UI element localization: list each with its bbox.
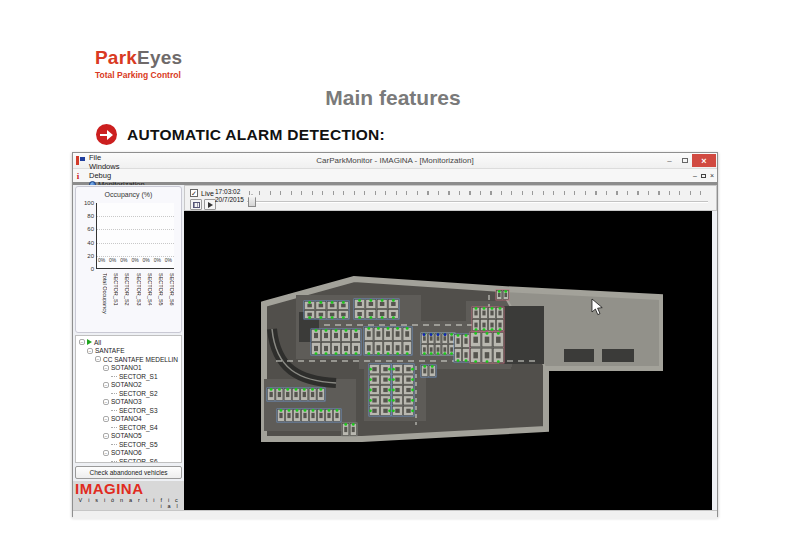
free-spot-dot [497,360,500,363]
free-spot-dot [388,389,391,392]
tree-expander-icon[interactable]: − [103,416,109,422]
play-icon [208,202,213,208]
tree-connector [111,393,117,394]
restore-icon[interactable] [677,154,692,167]
gridline [97,216,174,217]
stall-shadow [406,367,410,371]
tree-node-label: SECTOR_S1 [119,373,158,380]
stall-shadow [498,323,501,328]
tree-expander-icon[interactable]: − [87,348,93,354]
menu-debug[interactable]: Debug [83,171,151,180]
stall-shadow [319,413,322,418]
parkeyes-logo: ParkEyes Total Parking Control [95,47,182,80]
tree-expander-icon[interactable]: − [103,382,109,388]
tree-expander-icon[interactable]: − [103,399,109,405]
calendar-button[interactable] [190,199,202,210]
slider-track[interactable] [247,201,708,203]
free-spot-dot [388,409,391,412]
slider-thumb[interactable] [248,194,256,207]
free-spot-dot [396,352,399,355]
live-checkbox[interactable]: ✓ [190,189,198,197]
slide-title: Main features [0,86,786,110]
parking-map[interactable] [184,211,712,510]
tree-node[interactable]: −SOTANO6 [76,449,181,458]
stall-shadow [324,333,328,338]
stall-shadow [456,352,459,358]
tree-node[interactable]: −All [76,338,181,347]
stall-shadow [376,331,380,337]
tree-node-label: SECTOR_S5 [119,441,158,448]
bar-value-label: 0% [96,257,107,263]
free-spot-dot [392,299,395,302]
tree-node[interactable]: SECTOR_S2 [76,389,181,398]
tree-expander-icon[interactable]: − [79,339,85,345]
stall-shadow [430,347,433,351]
free-spot-dot [423,365,426,368]
stall-shadow [498,311,501,316]
tree-node[interactable]: −SOTANO5 [76,432,181,441]
stall-shadow [490,323,493,328]
free-spot-dot [465,359,468,362]
stall-shadow [295,413,298,418]
child-close-icon[interactable]: × [710,172,714,179]
imagina-sub: V i s i ó n a r t i f i c i a l [73,497,184,509]
stall-shadow [391,302,396,306]
tree-node-label: SOTANO6 [111,449,142,456]
tree-node[interactable]: −SOTANO4 [76,415,181,424]
menu-file[interactable]: File [83,153,151,162]
free-spot-dot [457,334,460,337]
stall-shadow [395,409,399,413]
tree-node-label: SOTANO4 [111,415,142,422]
tree-expander-icon[interactable]: − [103,365,109,371]
child-restore-icon[interactable] [701,174,706,178]
free-spot-dot [411,399,414,402]
toolbar-buttons [190,199,216,210]
live-toggle[interactable]: ✓ Live [190,189,214,197]
site-tree[interactable]: −All−SANTAFE−CC SANTAFE MEDELLIN−SOTANO1… [75,335,182,463]
app-window: CarParkMonitor - IMAGiNA - [Monitorizati… [72,152,718,517]
free-spot-dot [388,399,391,402]
stall-shadow [319,304,324,308]
titlebar[interactable]: CarParkMonitor - IMAGiNA - [Monitorizati… [73,153,717,169]
tree-node[interactable]: −SANTAFE [76,347,181,356]
free-spot-dot [328,409,331,412]
stall-shadow [303,392,306,397]
tree-node[interactable]: −SOTANO3 [76,398,181,407]
stall-shadow [406,398,410,402]
close-icon[interactable]: × [692,154,716,167]
free-spot-dot [358,316,361,319]
free-spot-dot [392,316,395,319]
minimize-icon[interactable]: – [662,154,677,167]
red-arrow-icon [96,124,117,145]
free-spot-dot [369,409,372,412]
child-window-controls: – × [693,169,714,182]
free-spot-dot [411,389,414,392]
child-minimize-icon[interactable]: – [693,172,697,179]
free-spot-dot [430,352,433,355]
stall-shadow [431,369,434,374]
tree-node[interactable]: SECTOR_S3 [76,406,181,415]
timeline-slider[interactable] [245,186,710,212]
stall-shadow [354,346,358,351]
tree-expander-icon[interactable]: − [103,433,109,439]
x-tick-label: Total Occupancy [96,271,107,329]
free-spot-dot [457,359,460,362]
tree-node[interactable]: −CC SANTAFE MEDELLIN [76,355,181,364]
stall-shadow [482,323,485,328]
menu-windows[interactable]: Windows [83,162,151,171]
tree-node[interactable]: SECTOR_S1 [76,372,181,381]
free-spot-dot [308,316,311,319]
tree-node[interactable]: −SOTANO1 [76,364,181,373]
check-abandoned-button[interactable]: Check abandoned vehicles [75,466,182,479]
tree-node[interactable]: SECTOR_S5 [76,440,181,449]
free-spot-dot [450,333,453,336]
stall-shadow [357,302,362,306]
tree-expander-icon[interactable]: − [95,356,101,362]
stall-shadow [278,392,281,397]
tree-node[interactable]: −SOTANO2 [76,381,181,390]
tree-node[interactable]: SECTOR_S6 [76,457,181,463]
tree-expander-icon[interactable]: − [103,450,109,456]
free-spot-dot [437,352,440,355]
free-spot-dot [325,352,328,355]
tree-node[interactable]: SECTOR_S4 [76,423,181,432]
